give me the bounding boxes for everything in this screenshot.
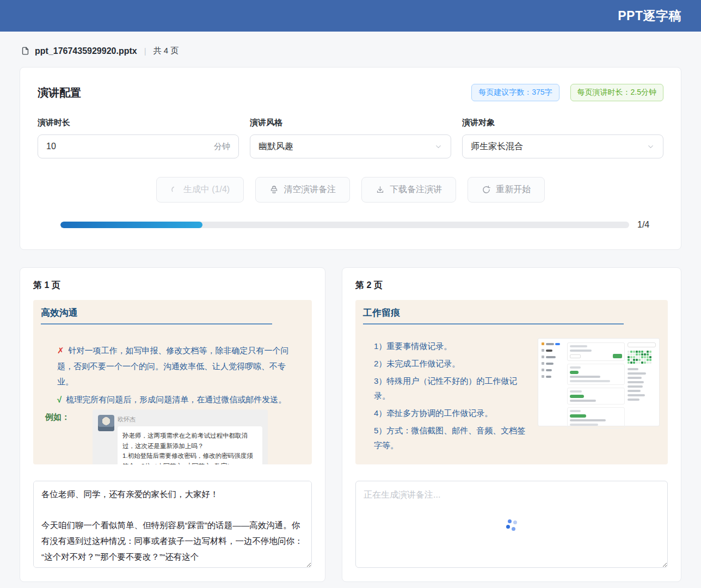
list-item: 1）重要事情做记录。 [374, 339, 533, 353]
file-separator: | [142, 46, 149, 56]
main-content: 演讲配置 每页建议字数：375字 每页演讲时长：2.5分钟 演讲时长 分钟 演讲… [0, 67, 701, 582]
download-notes-button[interactable]: 下载备注演讲 [361, 177, 456, 203]
progress-fill [60, 222, 202, 228]
slide-1-item: √梳理完所有问题后，形成问题清单，在通过微信或邮件发送。 [57, 392, 294, 408]
slide-1-body: ✗针对一项工作，如写申报、修改文档等，除非确定只有一个问题，否则不要一个一个的问… [40, 324, 305, 464]
memo-app-screenshot [538, 339, 659, 426]
duration-field-group: 演讲时长 分钟 [38, 118, 239, 158]
download-icon [376, 185, 385, 194]
page-card-1: 第 1 页 高效沟通 ✗针对一项工作，如写申报、修改文档等，除非确定只有一个问题… [20, 267, 325, 582]
list-item: 5）方式：微信截图、邮件、音频、文档签字等。 [374, 423, 533, 452]
config-badges: 每页建议字数：375字 每页演讲时长：2.5分钟 [471, 84, 663, 101]
list-item: 4）牵扯多方协调的工作做记录。 [374, 406, 533, 420]
loading-spinner-icon [170, 186, 179, 194]
slide-2-list: 1）重要事情做记录。 2）未完成工作做记录。 3）特殊用户（记性不好的）的工作做… [374, 339, 533, 455]
app-title: PPT逐字稿 [618, 8, 681, 24]
config-title: 演讲配置 [38, 85, 81, 100]
slide-preview-2: 工作留痕 1）重要事情做记录。 2）未完成工作做记录。 3）特殊用户（记性不好的… [355, 300, 668, 464]
avatar [98, 415, 114, 431]
list-item: 3）特殊用户（记性不好的）的工作做记录。 [374, 373, 533, 403]
list-item: 2）未完成工作做记录。 [374, 356, 533, 371]
notes-textarea-1[interactable]: 各位老师、同学，还有亲爱的家长们，大家好！ 今天咱们聊一个看似简单、但特别容易“… [33, 481, 312, 568]
memo-heatmap [628, 351, 656, 364]
progress-label: 1/4 [637, 220, 663, 230]
audience-field-group: 演讲对象 师生家长混合 [462, 118, 663, 158]
notes-area-2 [355, 481, 668, 570]
duration-control: 分钟 [38, 134, 239, 158]
chat-message-bubble: 孙老师，这两项需求在之前考试过程中都取消过，这次还是重新添加上吗？ 1.初始登陆… [118, 426, 262, 464]
example-row: 例如： 欧怀杰 孙老师，这两项需求在之前考试过程中都取消过，这次还是重新添加上吗… [45, 409, 294, 464]
progress-row: 1/4 [38, 220, 663, 230]
minutes-per-page-badge: 每页演讲时长：2.5分钟 [570, 84, 663, 101]
style-select[interactable]: 幽默风趣 [250, 134, 451, 158]
example-label: 例如： [45, 409, 70, 425]
chat-sender-name: 欧怀杰 [118, 415, 262, 424]
check-mark-icon: √ [57, 395, 62, 404]
audience-select-value: 师生家长混合 [471, 141, 523, 152]
audience-select[interactable]: 师生家长混合 [462, 134, 663, 158]
audience-label: 演讲对象 [462, 118, 663, 128]
slide-2-body: 1）重要事情做记录。 2）未完成工作做记录。 3）特殊用户（记性不好的）的工作做… [362, 324, 661, 455]
clear-brush-icon [269, 185, 279, 194]
style-label: 演讲风格 [250, 118, 451, 128]
style-field-group: 演讲风格 幽默风趣 [250, 118, 451, 158]
page-2-title: 第 2 页 [355, 280, 668, 291]
generating-button[interactable]: 生成中 (1/4) [156, 177, 244, 203]
file-info-row: ppt_1767435929920.pptx | 共 4 页 [0, 46, 701, 56]
words-per-page-badge: 每页建议字数：375字 [471, 84, 559, 101]
progress-bar [60, 222, 629, 228]
chevron-down-icon [647, 143, 655, 151]
app-header: PPT逐字稿 [0, 0, 701, 32]
style-select-value: 幽默风趣 [259, 141, 293, 152]
slide-1-item: ✗针对一项工作，如写申报、修改文档等，除非确定只有一个问题，否则不要一个一个的问… [57, 343, 294, 390]
wechat-screenshot: 欧怀杰 孙老师，这两项需求在之前考试过程中都取消过，这次还是重新添加上吗？ 1.… [93, 409, 268, 464]
restart-button[interactable]: 重新开始 [468, 177, 545, 203]
restart-icon [482, 185, 491, 194]
pages-row: 第 1 页 高效沟通 ✗针对一项工作，如写申报、修改文档等，除非确定只有一个问题… [20, 267, 681, 582]
duration-label: 演讲时长 [38, 118, 239, 128]
slide-2-heading: 工作留痕 [362, 305, 661, 323]
page-1-title: 第 1 页 [33, 280, 312, 291]
action-buttons: 生成中 (1/4) 清空演讲备注 下载备注演讲 重新开始 [38, 177, 663, 203]
clear-notes-button[interactable]: 清空演讲备注 [255, 177, 350, 203]
document-icon [21, 46, 30, 56]
cross-mark-icon: ✗ [57, 346, 64, 355]
slide-preview-1: 高效沟通 ✗针对一项工作，如写申报、修改文档等，除非确定只有一个问题，否则不要一… [33, 300, 312, 464]
duration-suffix: 分钟 [214, 142, 230, 152]
notes-textarea-2[interactable] [355, 481, 668, 568]
config-fields: 演讲时长 分钟 演讲风格 幽默风趣 演讲对象 师生家长混合 [38, 118, 663, 158]
config-panel: 演讲配置 每页建议字数：375字 每页演讲时长：2.5分钟 演讲时长 分钟 演讲… [20, 67, 681, 250]
page-card-2: 第 2 页 工作留痕 1）重要事情做记录。 2）未完成工作做记录。 3）特殊用户… [342, 267, 681, 582]
file-name: ppt_1767435929920.pptx [35, 46, 137, 56]
config-header: 演讲配置 每页建议字数：375字 每页演讲时长：2.5分钟 [38, 84, 663, 101]
duration-input[interactable] [46, 142, 214, 151]
notes-area-1: 各位老师、同学，还有亲爱的家长们，大家好！ 今天咱们聊一个看似简单、但特别容易“… [33, 481, 312, 570]
slide-1-heading: 高效沟通 [40, 305, 305, 323]
chevron-down-icon [434, 143, 442, 151]
file-page-count: 共 4 页 [153, 46, 179, 56]
